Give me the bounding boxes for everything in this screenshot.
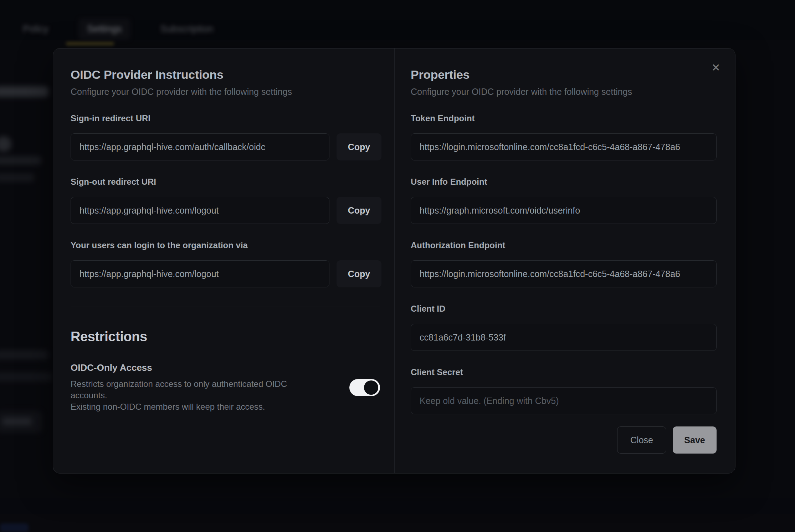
authorization-endpoint-field: Authorization Endpoint [411,240,717,287]
login-via-label: Your users can login to the organization… [71,240,381,250]
client-secret-input[interactable] [411,387,717,414]
authorization-endpoint-input[interactable] [411,260,717,287]
oidc-only-access-label: OIDC-Only Access [71,362,320,373]
oidc-settings-dialog: ✕ OIDC Provider Instructions Configure y… [53,48,735,474]
toggle-knob-icon [364,380,378,395]
login-via-field: Your users can login to the organization… [71,240,381,287]
client-id-input[interactable] [411,324,717,351]
restrictions-title: Restrictions [71,329,381,344]
sign-in-redirect-field: Sign-in redirect URI Copy [71,113,381,160]
authorization-endpoint-label: Authorization Endpoint [411,240,717,250]
user-info-endpoint-input[interactable] [411,197,717,224]
copy-sign-out-button[interactable]: Copy [337,197,381,224]
sign-out-redirect-input[interactable] [71,197,329,224]
section-divider [71,307,380,307]
token-endpoint-label: Token Endpoint [411,113,717,123]
sign-in-redirect-input[interactable] [71,133,329,160]
oidc-instructions-panel: OIDC Provider Instructions Configure you… [53,48,394,473]
client-secret-field: Client Secret [411,367,717,414]
properties-title: Properties [411,68,717,82]
page: Policy Settings Subscription ✕ OIDC Prov… [0,0,795,532]
oidc-only-access-row: OIDC-Only Access Restricts organization … [71,362,380,413]
instructions-title: OIDC Provider Instructions [71,68,381,82]
token-endpoint-input[interactable] [411,133,717,160]
oidc-only-access-toggle[interactable] [349,379,380,396]
user-info-endpoint-label: User Info Endpoint [411,177,717,187]
login-via-input[interactable] [71,260,329,287]
close-icon[interactable]: ✕ [708,60,724,76]
save-button[interactable]: Save [673,426,717,454]
copy-login-via-button[interactable]: Copy [337,260,381,287]
dialog-footer: Close Save [411,426,717,454]
sign-out-redirect-label: Sign-out redirect URI [71,177,381,187]
oidc-only-access-description-line1: Restricts organization access to only au… [71,378,320,401]
instructions-subtitle: Configure your OIDC provider with the fo… [71,87,381,97]
properties-subtitle: Configure your OIDC provider with the fo… [411,87,717,97]
copy-sign-in-button[interactable]: Copy [337,133,381,160]
client-id-field: Client ID [411,304,717,351]
user-info-endpoint-field: User Info Endpoint [411,177,717,224]
sign-in-redirect-label: Sign-in redirect URI [71,113,381,123]
client-id-label: Client ID [411,304,717,314]
client-secret-label: Client Secret [411,367,717,377]
oidc-only-access-description-line2: Existing non-OIDC members will keep thei… [71,401,320,413]
close-button[interactable]: Close [617,426,666,454]
properties-panel: Properties Configure your OIDC provider … [395,48,735,473]
sign-out-redirect-field: Sign-out redirect URI Copy [71,177,381,224]
token-endpoint-field: Token Endpoint [411,113,717,160]
